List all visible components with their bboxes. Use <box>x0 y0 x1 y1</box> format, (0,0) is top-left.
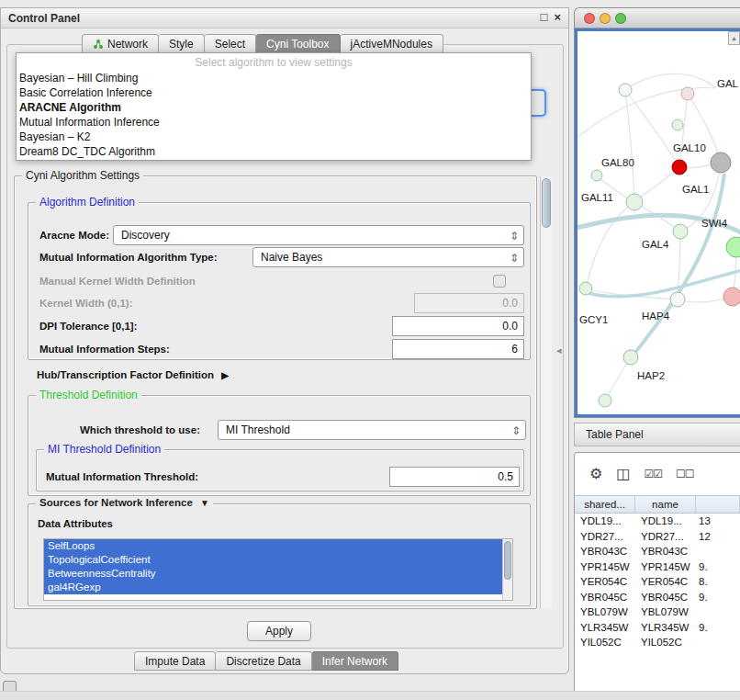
attributes-list-scrollbar[interactable] <box>502 539 512 600</box>
apply-button[interactable]: Apply <box>247 621 311 641</box>
mi-threshold-field[interactable]: 0.5 <box>389 467 520 487</box>
node-label: GAL4 <box>642 239 669 250</box>
gear-icon[interactable]: ⚙ <box>589 467 602 481</box>
algorithm-dropdown-item[interactable]: Mutual Information Inference <box>17 115 531 130</box>
data-attribute-item[interactable]: gal4RGexp <box>44 581 502 594</box>
expanded-arrow-icon: ▼ <box>200 498 209 508</box>
manual-kernel-width-checkbox[interactable] <box>493 275 506 288</box>
network-node[interactable] <box>623 350 638 365</box>
table-row[interactable]: YBR045C YBR045C 9. <box>575 590 740 605</box>
network-node[interactable] <box>681 87 694 100</box>
algorithm-definition-title: Algorithm Definition <box>36 196 139 209</box>
algorithm-dropdown-item[interactable]: Basic Correlation Inference <box>17 85 531 100</box>
tab-discretize-data[interactable]: Discretize Data <box>216 651 311 671</box>
network-node[interactable] <box>619 84 632 96</box>
table-row[interactable]: YDR27... YDR27... 12 <box>575 529 740 545</box>
float-window-icon[interactable]: □ <box>541 10 548 24</box>
cell-name: YBR043C <box>635 544 696 559</box>
threshold-definition-title: Threshold Definition <box>36 389 141 401</box>
cyni-algorithm-settings-title: Cyni Algorithm Settings <box>22 169 143 182</box>
network-node[interactable] <box>723 288 740 306</box>
table-row[interactable]: YIL052C YIL052C <box>575 635 740 650</box>
combo-arrows-icon: ⇕ <box>511 422 521 440</box>
algorithm-dropdown-item[interactable]: Dream8 DC_TDC Algorithm <box>17 144 531 159</box>
combo-arrows-icon: ⇕ <box>510 227 519 245</box>
table-row[interactable]: YPR145W YPR145W 9. <box>575 559 740 575</box>
data-attributes-label: Data Attributes <box>38 514 113 534</box>
kernel-width-field[interactable]: 0.0 <box>414 293 524 313</box>
column-header-shared-name[interactable]: shared... <box>575 496 635 513</box>
settings-scroll-thumb[interactable] <box>542 178 551 228</box>
network-edges <box>577 73 736 401</box>
network-tab-icon <box>93 39 104 50</box>
attributes-list-scroll-thumb[interactable] <box>504 541 511 580</box>
kernel-width-label: Kernel Width (0,1): <box>39 293 132 313</box>
table-panel-window: ⚙ ◫ ☑☑ ☐☐ shared... name YDL19... YDL19.… <box>574 452 740 700</box>
table-panel-header: Table Panel <box>574 423 740 446</box>
table-row[interactable]: YDL19... YDL19... 13 <box>575 514 740 529</box>
mi-algorithm-type-combobox[interactable]: Naive Bayes ⇕ <box>252 247 524 267</box>
network-node[interactable] <box>726 237 740 257</box>
zoom-traffic-light[interactable] <box>615 13 626 24</box>
tab-impute-data[interactable]: Impute Data <box>134 651 216 671</box>
network-node[interactable] <box>599 394 611 407</box>
network-window-titlebar <box>575 8 740 28</box>
cell-name: YDL19... <box>635 514 696 529</box>
cell-name: YBR045C <box>635 590 696 605</box>
data-attribute-item[interactable]: TopologicalCoefficient <box>44 553 502 567</box>
network-node-gal10[interactable] <box>672 160 687 175</box>
close-traffic-light[interactable] <box>584 13 595 24</box>
data-attribute-item[interactable]: SelfLoops <box>44 539 502 553</box>
bottom-tabs: Impute Data Discretize Data Infer Networ… <box>134 651 398 672</box>
hub-definition-expander[interactable]: Hub/Transcription Factor Definition ▶ <box>37 369 229 380</box>
cyni-algorithm-settings-group: Cyni Algorithm Settings Algorithm Defini… <box>14 175 537 609</box>
sources-group: Sources for Network Inference ▼ Data Att… <box>28 503 531 606</box>
mi-algorithm-type-label: Mutual Information Algorithm Type: <box>39 247 218 267</box>
network-node[interactable] <box>591 170 602 181</box>
dpi-tolerance-field[interactable]: 0.0 <box>392 316 524 336</box>
table-row[interactable]: YLR345W YLR345W 9. <box>575 620 740 636</box>
bottom-strip <box>0 691 740 700</box>
which-threshold-combobox[interactable]: MI Threshold ⇕ <box>218 420 526 440</box>
control-panel-window: Control Panel □ × Network Style Select C… <box>0 7 569 674</box>
settings-scrollbar[interactable] <box>540 176 552 608</box>
mi-steps-label: Mutual Information Steps: <box>39 339 170 359</box>
tab-label: Discretize Data <box>226 655 300 668</box>
network-node[interactable] <box>579 282 592 295</box>
algorithm-dropdown-item[interactable]: Bayesian – K2 <box>17 130 531 144</box>
network-node[interactable] <box>626 194 643 210</box>
network-view-window: GAL80 GAL10 GAL11 GAL1 SWI4 GAL4 GCY1 HA… <box>574 7 740 418</box>
tab-label: Network <box>107 38 148 51</box>
tab-cyni-toolbox[interactable]: Cyni Toolbox <box>256 34 340 53</box>
network-node[interactable] <box>672 119 683 130</box>
splitter-toggle-icon[interactable]: ◂ <box>556 344 562 356</box>
select-all-checkboxes-icon[interactable]: ☑☑ <box>644 467 662 481</box>
column-header-extra[interactable] <box>696 496 740 513</box>
cell-name: YLR345W <box>635 620 696 636</box>
table-row[interactable]: YBR043C YBR043C <box>575 544 740 559</box>
data-attribute-item[interactable]: BetweennessCentrality <box>44 567 502 581</box>
tab-select[interactable]: Select <box>205 34 256 53</box>
mi-steps-field[interactable]: 6 <box>392 339 524 359</box>
aracne-mode-combobox[interactable]: Discovery ⇕ <box>113 225 524 245</box>
deselect-all-checkboxes-icon[interactable]: ☐☐ <box>676 467 694 481</box>
network-node[interactable] <box>711 152 731 173</box>
tab-style[interactable]: Style <box>159 34 205 53</box>
algorithm-dropdown-item[interactable]: Bayesian – Hill Climbing <box>17 71 531 85</box>
close-window-icon[interactable]: × <box>554 10 561 24</box>
table-row[interactable]: YBL079W YBL079W <box>575 604 740 620</box>
table-row[interactable]: YER054C YER054C 8. <box>575 574 740 590</box>
mi-algorithm-type-value: Naive Bayes <box>261 251 322 264</box>
network-node[interactable] <box>673 224 688 239</box>
network-node[interactable] <box>670 292 685 307</box>
minimize-traffic-light[interactable] <box>600 13 611 24</box>
column-header-name[interactable]: name <box>635 496 696 513</box>
algorithm-dropdown-item[interactable]: ARACNE Algorithm <box>17 100 531 115</box>
sources-group-expander[interactable]: Sources for Network Inference ▼ <box>36 497 213 508</box>
columns-icon[interactable]: ◫ <box>616 467 630 481</box>
tab-network[interactable]: Network <box>82 34 159 53</box>
network-canvas[interactable]: GAL80 GAL10 GAL11 GAL1 SWI4 GAL4 GCY1 HA… <box>575 28 740 417</box>
network-scroll-up-button[interactable]: ▲ <box>728 31 740 45</box>
tab-jactivemnodules[interactable]: jActiveMNodules <box>341 34 443 53</box>
tab-infer-network[interactable]: Infer Network <box>312 651 398 671</box>
